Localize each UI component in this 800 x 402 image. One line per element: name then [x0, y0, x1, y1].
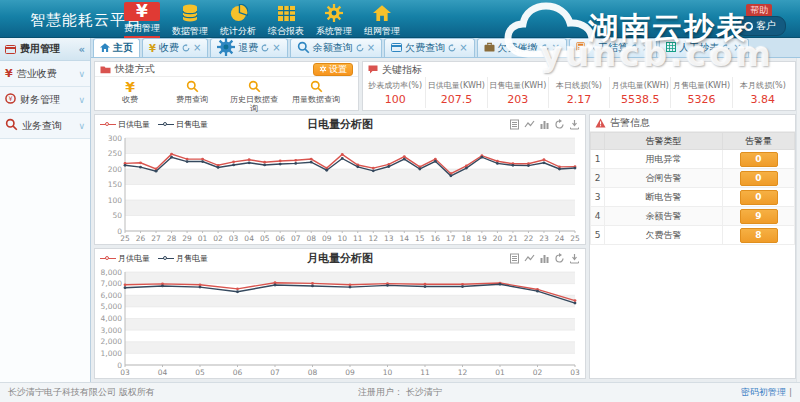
shortcut-历史日数据查询[interactable]: 历史日数据查询 [223, 79, 285, 113]
legend-日售电量[interactable]: 日售电量 [158, 119, 208, 130]
menu-item-组网管理[interactable]: 组网管理 [358, 0, 406, 38]
kpi-月售电量(KWH): 月售电量(KWH) 5326 [671, 77, 732, 108]
sidebar-item-财务管理[interactable]: ¥ 财务管理 ∨ [0, 87, 90, 113]
svg-text:24: 24 [555, 234, 565, 243]
refresh-icon[interactable] [182, 43, 190, 54]
svg-text:18: 18 [462, 234, 472, 243]
close-icon[interactable]: × [367, 43, 375, 53]
refresh-icon[interactable] [541, 43, 549, 54]
alarm-type: 合闸告警 [605, 169, 723, 188]
shortcuts-panel-header: 快捷方式 设置 [95, 62, 358, 77]
svg-text:19: 19 [477, 234, 487, 243]
refresh-icon[interactable] [356, 43, 364, 54]
menu-item-统计分析[interactable]: 统计分析 [214, 0, 262, 38]
restore-icon[interactable] [554, 253, 565, 264]
svg-text:29: 29 [182, 234, 192, 243]
close-icon[interactable]: × [733, 43, 741, 53]
grid-icon [666, 42, 676, 54]
legend-月售电量[interactable]: 月售电量 [158, 253, 208, 264]
close-icon[interactable]: × [552, 43, 560, 53]
svg-text:03: 03 [229, 234, 239, 243]
gear-icon [316, 2, 352, 24]
shortcut-费用查询[interactable]: 费用查询 [161, 79, 223, 113]
scrollbar[interactable] [796, 58, 800, 382]
svg-text:25: 25 [120, 234, 130, 243]
line-chart-icon[interactable] [524, 253, 535, 264]
bar-chart-icon[interactable] [539, 253, 550, 264]
svg-text:02: 02 [533, 368, 543, 377]
close-icon[interactable]: × [272, 43, 280, 53]
legend-日供电量[interactable]: 日供电量 [100, 119, 150, 130]
menu-item-数据管理[interactable]: 数据管理 [166, 0, 214, 38]
menu-item-系统管理[interactable]: 系统管理 [310, 0, 358, 38]
tab-主页[interactable]: 主页 [93, 38, 140, 57]
footer-link[interactable]: 密码初管理 [741, 387, 786, 397]
svg-text:300: 300 [108, 134, 123, 143]
alarm-panel: 告警信息 告警类型 告警量 1 用电异常 02 合闸告警 [589, 114, 796, 379]
download-icon[interactable] [569, 253, 580, 264]
close-icon[interactable]: × [193, 43, 201, 53]
svg-text:200: 200 [108, 165, 123, 174]
chevron-down-icon[interactable]: ∨ [78, 95, 85, 105]
user-button[interactable]: ● 客户 [736, 16, 786, 36]
settings-button-label: 设置 [329, 63, 347, 75]
settings-button[interactable]: 设置 [313, 63, 353, 76]
svg-text:4,000: 4,000 [101, 314, 123, 323]
data-view-icon[interactable] [509, 119, 520, 130]
refresh-icon[interactable] [722, 43, 730, 54]
pie-icon [220, 2, 256, 24]
yen-icon: ¥ [5, 67, 13, 80]
kpi-panel-header: 关键指标 [363, 62, 795, 77]
svg-text:11: 11 [420, 368, 430, 377]
collapse-icon[interactable]: « [79, 44, 85, 55]
menu-item-费用管理[interactable]: ¥ 费用管理 [118, 0, 166, 38]
alarm-table: 告警类型 告警量 1 用电异常 02 合闸告警 03 断电告警 04 [590, 132, 795, 245]
line-chart: 01,0002,0003,0004,0005,0006,0007,0008,00… [95, 267, 585, 378]
search-icon [186, 79, 199, 94]
refresh-icon[interactable] [448, 43, 456, 54]
alarm-count-badge[interactable]: 0 [740, 190, 778, 205]
download-icon[interactable] [569, 119, 580, 130]
legend-月供电量[interactable]: 月供电量 [100, 253, 150, 264]
close-icon[interactable]: × [459, 43, 467, 53]
chevron-down-icon[interactable]: ∨ [78, 69, 85, 79]
gear-icon [217, 38, 235, 58]
line-chart-icon[interactable] [524, 119, 535, 130]
bar-chart-icon[interactable] [539, 119, 550, 130]
alarm-count-badge[interactable]: 8 [740, 228, 778, 243]
sidebar-item-业务查询[interactable]: 业务查询 ∨ [0, 113, 90, 139]
sidebar-item-营业收费[interactable]: ¥ 营业收费 ∨ [0, 61, 90, 87]
tab-收费[interactable]: ¥ 收费 × [142, 38, 208, 57]
close-icon[interactable]: × [642, 43, 650, 53]
tab-人工结算[interactable]: 人工结算 × [569, 38, 657, 57]
alarm-type: 断电告警 [605, 188, 723, 207]
refresh-icon[interactable] [261, 43, 269, 54]
monthly-chart-body: 01,0002,0003,0004,0005,0006,0007,0008,00… [95, 267, 585, 378]
svg-text:04: 04 [244, 234, 254, 243]
tab-欠费催缴[interactable]: 欠费催缴 × [477, 38, 567, 57]
menu-item-综合报表[interactable]: 综合报表 [262, 0, 310, 38]
search-icon [310, 79, 323, 94]
svg-text:20: 20 [493, 234, 503, 243]
restore-icon[interactable] [554, 119, 565, 130]
shortcut-收费[interactable]: ¥ 收费 [99, 79, 161, 113]
tab-退费[interactable]: 退费 × [210, 38, 287, 57]
svg-text:02: 02 [213, 234, 223, 243]
alarm-count-badge[interactable]: 9 [740, 209, 778, 224]
data-view-icon[interactable] [509, 253, 520, 264]
search-icon [5, 118, 18, 133]
daily-chart-body: 0501001502002503002526272829010203040506… [95, 133, 585, 244]
svg-text:17: 17 [446, 234, 456, 243]
alarm-count-badge[interactable]: 0 [740, 152, 778, 167]
tab-余额查询[interactable]: 余额查询 × [290, 38, 382, 57]
shortcut-用量数据查询[interactable]: 用量数据查询 [285, 79, 347, 113]
tab-人工抄表[interactable]: 人工抄表 × [659, 38, 748, 57]
refresh-icon[interactable] [631, 43, 639, 54]
chevron-down-icon[interactable]: ∨ [78, 121, 85, 131]
tab-欠费查询[interactable]: 欠费查询 × [384, 38, 474, 57]
svg-text:06: 06 [233, 368, 243, 377]
svg-text:03: 03 [120, 368, 130, 377]
alarm-count-badge[interactable]: 0 [740, 171, 778, 186]
chart-toolbox [509, 119, 580, 130]
sidebar-header-fee-management[interactable]: 费用管理 « [0, 38, 90, 61]
